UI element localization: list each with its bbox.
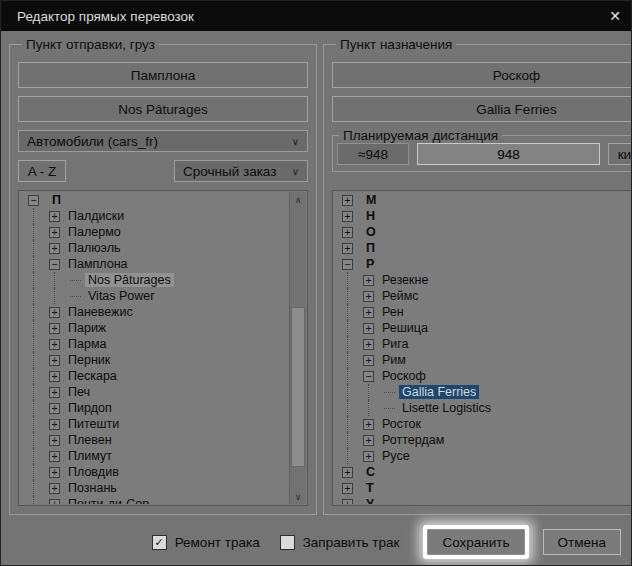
tree-item[interactable]: +М (334, 192, 632, 208)
tree-item[interactable]: +Резекне (334, 272, 632, 288)
refuel-truck-checkbox[interactable]: Заправить трак (280, 535, 400, 550)
resize-grip-icon[interactable]: ⋱ (619, 554, 629, 565)
tree-item[interactable]: +Т (334, 480, 632, 496)
checkbox-unchecked-icon[interactable] (280, 535, 295, 550)
expand-plus-icon[interactable]: + (342, 499, 353, 505)
kilometers-button[interactable]: километры (608, 143, 632, 165)
expand-plus-icon[interactable]: + (363, 355, 374, 366)
order-type-dropdown[interactable]: Срочный заказ ∨ (174, 160, 308, 182)
expand-plus-icon[interactable]: + (363, 291, 374, 302)
tree-item[interactable]: +Парма (20, 336, 289, 352)
tree-item[interactable]: +Пловдив (20, 464, 289, 480)
expand-plus-icon[interactable]: + (342, 483, 353, 494)
expand-plus-icon[interactable]: + (49, 483, 60, 494)
tree-item[interactable]: +Палдиски (20, 208, 289, 224)
tree-item[interactable]: +Плимут (20, 448, 289, 464)
collapse-minus-icon[interactable]: − (342, 259, 353, 270)
tree-item[interactable]: Lisette Logistics (334, 400, 632, 416)
departure-city-button[interactable]: Памплона (18, 62, 308, 88)
tree-item[interactable]: +Роттердам (334, 432, 632, 448)
expand-plus-icon[interactable]: + (49, 419, 60, 430)
tree-item[interactable]: +Париж (20, 320, 289, 336)
collapse-minus-icon[interactable]: − (49, 259, 60, 270)
tree-item[interactable]: −Памплона (20, 256, 289, 272)
tree-item[interactable]: +Плевен (20, 432, 289, 448)
tree-item[interactable]: +Перник (20, 352, 289, 368)
tree-item[interactable]: +Русе (334, 448, 632, 464)
expand-plus-icon[interactable]: + (342, 467, 353, 478)
destination-company-button[interactable]: Gallia Ferries (332, 96, 632, 122)
tree-item[interactable]: −Р (334, 256, 632, 272)
expand-plus-icon[interactable]: + (342, 227, 353, 238)
tree-item[interactable]: +Рен (334, 304, 632, 320)
expand-plus-icon[interactable]: + (342, 243, 353, 254)
expand-plus-icon[interactable]: + (363, 307, 374, 318)
destination-city-button[interactable]: Роскоф (332, 62, 632, 88)
tree-item[interactable]: +Росток (334, 416, 632, 432)
tree-item[interactable]: −П (20, 192, 289, 208)
tree-guide-line (363, 400, 384, 416)
repair-truck-checkbox[interactable]: ✓ Ремонт трака (152, 535, 260, 550)
expand-plus-icon[interactable]: + (49, 451, 60, 462)
expand-plus-icon[interactable]: + (363, 275, 374, 286)
tree-item[interactable]: −Роскоф (334, 368, 632, 384)
expand-plus-icon[interactable]: + (49, 355, 60, 366)
tree-item[interactable]: Nos Pâturages (20, 272, 289, 288)
expand-plus-icon[interactable]: + (49, 339, 60, 350)
tree-guide-line (28, 384, 49, 400)
distance-input[interactable] (417, 143, 600, 165)
expand-plus-icon[interactable]: + (342, 211, 353, 222)
save-button[interactable]: Сохранить (427, 529, 524, 555)
tree-item[interactable]: +Паневежис (20, 304, 289, 320)
tree-item[interactable]: +Печ (20, 384, 289, 400)
scroll-up-icon[interactable]: ∧ (290, 192, 306, 207)
tree-item[interactable]: +Решица (334, 320, 632, 336)
tree-item[interactable]: +Рига (334, 336, 632, 352)
scroll-down-icon[interactable]: ∨ (290, 489, 306, 504)
expand-plus-icon[interactable]: + (49, 211, 60, 222)
expand-plus-icon[interactable]: + (363, 435, 374, 446)
tree-item[interactable]: +Пескара (20, 368, 289, 384)
expand-plus-icon[interactable]: + (363, 451, 374, 462)
tree-item[interactable]: Vitas Power (20, 288, 289, 304)
tree-item[interactable]: +Палюэль (20, 240, 289, 256)
expand-plus-icon[interactable]: + (342, 195, 353, 206)
checkbox-checked-icon[interactable]: ✓ (152, 535, 167, 550)
expand-plus-icon[interactable]: + (49, 435, 60, 446)
expand-plus-icon[interactable]: + (49, 387, 60, 398)
tree-item[interactable]: +Н (334, 208, 632, 224)
expand-plus-icon[interactable]: + (363, 339, 374, 350)
expand-plus-icon[interactable]: + (49, 467, 60, 478)
expand-plus-icon[interactable]: + (49, 371, 60, 382)
departure-company-button[interactable]: Nos Pâturages (18, 96, 308, 122)
scrollbar-thumb[interactable] (291, 307, 305, 466)
expand-plus-icon[interactable]: + (49, 403, 60, 414)
expand-plus-icon[interactable]: + (49, 323, 60, 334)
tree-item[interactable]: +Пирдоп (20, 400, 289, 416)
collapse-minus-icon[interactable]: − (28, 195, 39, 206)
expand-plus-icon[interactable]: + (363, 419, 374, 430)
tree-item[interactable]: +С (334, 464, 632, 480)
tree-item[interactable]: Gallia Ferries (334, 384, 632, 400)
tree-guide-line (28, 208, 49, 224)
expand-plus-icon[interactable]: + (363, 323, 374, 334)
tree-item[interactable]: +О (334, 224, 632, 240)
expand-plus-icon[interactable]: + (49, 243, 60, 254)
cancel-button[interactable]: Отмена (543, 529, 621, 555)
tree-item[interactable]: +Палермо (20, 224, 289, 240)
tree-item[interactable]: +Рим (334, 352, 632, 368)
tree-item[interactable]: +Питешти (20, 416, 289, 432)
tree-item[interactable]: +Реймс (334, 288, 632, 304)
expand-plus-icon[interactable]: + (49, 499, 60, 505)
expand-plus-icon[interactable]: + (49, 307, 60, 318)
departure-tree-scrollbar[interactable]: ∧ ∨ (289, 192, 306, 504)
collapse-minus-icon[interactable]: − (363, 371, 374, 382)
tree-item[interactable]: +Понти-ди-Сор (20, 496, 289, 504)
close-icon[interactable]: ✕ (599, 8, 621, 24)
tree-item[interactable]: +Познань (20, 480, 289, 496)
sort-az-button[interactable]: A - Z (18, 160, 66, 182)
cargo-dropdown[interactable]: Автомобили (cars_fr) ∨ (18, 130, 308, 152)
expand-plus-icon[interactable]: + (49, 227, 60, 238)
tree-item[interactable]: +У (334, 496, 632, 504)
tree-item[interactable]: +П (334, 240, 632, 256)
